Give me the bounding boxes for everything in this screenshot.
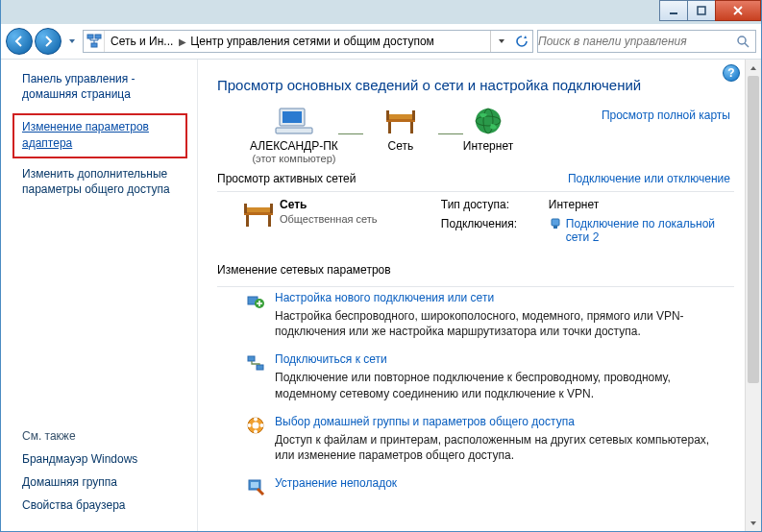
svg-rect-24 xyxy=(552,219,559,226)
network-center-icon xyxy=(84,31,105,52)
connection-type: Общественная сеть xyxy=(280,213,441,225)
network-name: Сеть xyxy=(387,139,413,153)
chevron-right-icon: ▶ xyxy=(179,36,186,47)
pc-name: АЛЕКСАНДР-ПК xyxy=(250,139,338,153)
homegroup-icon xyxy=(246,415,275,463)
access-type-label: Тип доступа: xyxy=(441,198,547,211)
highlighted-adapter-link: Изменение параметров адаптера xyxy=(12,113,187,158)
svg-rect-23 xyxy=(270,204,273,213)
active-networks-header-row: Просмотр активных сетей Подключение или … xyxy=(217,172,748,185)
connect-disconnect-link[interactable]: Подключение или отключение xyxy=(568,172,748,185)
globe-icon xyxy=(468,105,508,137)
maximize-button[interactable] xyxy=(687,0,716,21)
search-box[interactable] xyxy=(537,30,756,53)
refresh-button[interactable] xyxy=(511,31,532,52)
see-also-internet-options[interactable]: Свойства браузера xyxy=(22,498,187,512)
task-troubleshoot: Устранение неполадок xyxy=(217,472,748,509)
ethernet-icon xyxy=(549,217,562,230)
svg-rect-9 xyxy=(386,114,415,119)
svg-rect-14 xyxy=(412,110,415,120)
svg-rect-18 xyxy=(244,207,273,212)
access-type-value: Интернет xyxy=(549,198,730,211)
svg-point-35 xyxy=(260,423,264,427)
control-panel-home-link[interactable]: Панель управления - домашняя страница xyxy=(22,71,187,102)
advanced-sharing-link[interactable]: Изменить дополнительные параметры общего… xyxy=(22,166,187,197)
network-map-overview: АЛЕКСАНДР-ПК (этот компьютер) Сеть Интер… xyxy=(217,105,748,164)
see-also-firewall[interactable]: Брандмауэр Windows xyxy=(22,452,187,466)
svg-rect-11 xyxy=(388,122,391,133)
change-settings-header: Изменение сетевых параметров xyxy=(217,263,748,277)
active-network-item: Сеть Общественная сеть Тип доступа: Инте… xyxy=(217,192,748,257)
internet-name: Интернет xyxy=(463,139,513,153)
task-new-connection-desc: Настройка беспроводного, широкополосного… xyxy=(275,308,723,339)
bench-icon xyxy=(381,105,421,137)
svg-point-33 xyxy=(254,429,258,433)
scroll-up-button[interactable] xyxy=(746,60,761,76)
svg-rect-22 xyxy=(244,204,247,213)
page-title: Просмотр основных сведений о сети и наст… xyxy=(217,77,748,93)
close-button[interactable] xyxy=(715,0,761,21)
connection-name: Сеть xyxy=(280,198,441,211)
task-connect-link[interactable]: Подключиться к сети xyxy=(275,352,723,366)
svg-rect-12 xyxy=(410,122,413,133)
internet-node[interactable]: Интернет xyxy=(463,105,513,153)
local-connection-link[interactable]: Подключение по локальной сети 2 xyxy=(549,217,730,244)
help-icon[interactable]: ? xyxy=(723,64,740,82)
troubleshoot-icon xyxy=(246,476,275,499)
active-networks-label: Просмотр активных сетей xyxy=(217,172,356,185)
svg-rect-10 xyxy=(386,119,415,122)
svg-rect-2 xyxy=(87,35,93,38)
change-adapter-settings-link[interactable]: Изменение параметров адаптера xyxy=(22,119,178,152)
view-full-map-link[interactable]: Просмотр полной карты xyxy=(602,105,748,122)
svg-rect-21 xyxy=(268,215,271,227)
navigation-bar: Сеть и Ин... ▶ Центр управления сетями и… xyxy=(6,24,756,59)
new-connection-icon xyxy=(246,291,275,339)
breadcrumb[interactable]: Сеть и Ин... ▶ Центр управления сетями и… xyxy=(105,31,438,52)
breadcrumb-net[interactable]: Сеть и Ин... xyxy=(111,35,173,48)
breadcrumb-dropdown[interactable] xyxy=(490,31,511,52)
task-homegroup: Выбор домашней группы и параметров общег… xyxy=(217,411,748,472)
connect-icon xyxy=(246,352,275,400)
svg-point-5 xyxy=(738,36,746,44)
svg-rect-13 xyxy=(386,110,389,120)
search-icon[interactable] xyxy=(730,35,755,48)
main-content: ? Просмотр основных сведений о сети и на… xyxy=(198,60,761,531)
svg-rect-29 xyxy=(257,365,263,370)
svg-point-31 xyxy=(253,422,259,428)
bench-icon xyxy=(240,198,280,234)
back-button[interactable] xyxy=(6,28,33,55)
task-new-connection-link[interactable]: Настройка нового подключения или сети xyxy=(275,291,723,304)
svg-rect-25 xyxy=(553,226,557,229)
scroll-down-button[interactable] xyxy=(746,515,761,531)
svg-rect-20 xyxy=(246,215,249,227)
address-bar[interactable]: Сеть и Ин... ▶ Центр управления сетями и… xyxy=(83,30,533,53)
search-input[interactable] xyxy=(538,35,730,48)
svg-rect-37 xyxy=(251,482,258,488)
svg-rect-0 xyxy=(670,12,677,14)
svg-rect-8 xyxy=(276,128,312,133)
task-connect-desc: Подключение или повторное подключение к … xyxy=(275,370,723,400)
this-pc-node[interactable]: АЛЕКСАНДР-ПК (этот компьютер) xyxy=(250,105,338,164)
task-connect: Подключиться к сети Подключение или повт… xyxy=(217,349,748,410)
window-controls xyxy=(660,0,761,21)
svg-point-32 xyxy=(254,417,258,421)
task-homegroup-link[interactable]: Выбор домашней группы и параметров общег… xyxy=(275,415,723,428)
scroll-thumb[interactable] xyxy=(748,76,759,383)
computer-icon xyxy=(274,105,314,137)
svg-point-15 xyxy=(476,109,501,133)
svg-rect-19 xyxy=(244,212,273,215)
scroll-track[interactable] xyxy=(746,76,761,515)
svg-rect-1 xyxy=(698,7,705,14)
minimize-button[interactable] xyxy=(659,0,688,21)
see-also-homegroup[interactable]: Домашняя группа xyxy=(22,475,187,489)
connections-label: Подключения: xyxy=(441,217,547,230)
forward-button[interactable] xyxy=(35,28,61,55)
svg-rect-4 xyxy=(91,43,97,47)
vertical-scrollbar[interactable] xyxy=(745,60,761,531)
history-dropdown[interactable] xyxy=(65,31,79,52)
task-homegroup-desc: Доступ к файлам и принтерам, расположенн… xyxy=(275,432,723,463)
network-node[interactable]: Сеть xyxy=(381,105,421,153)
task-troubleshoot-link[interactable]: Устранение неполадок xyxy=(275,476,397,490)
breadcrumb-current[interactable]: Центр управления сетями и общим доступом xyxy=(190,35,434,48)
pc-sub: (этот компьютер) xyxy=(252,153,335,164)
